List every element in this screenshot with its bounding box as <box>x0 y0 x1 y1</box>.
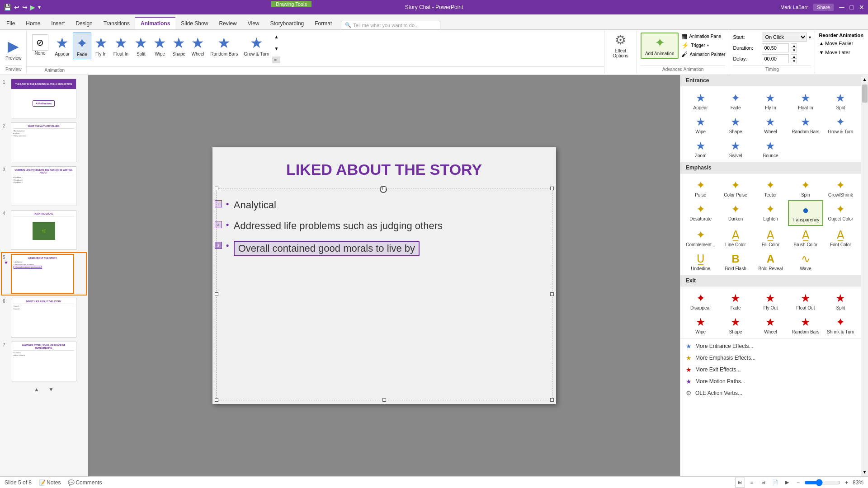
anim-scroll[interactable]: ▲ ▼ ≡ <box>272 33 280 64</box>
emph-pulse[interactable]: ✦ Pulse <box>683 176 718 200</box>
normal-view-btn[interactable]: ⊞ <box>735 478 745 488</box>
anim-wipe[interactable]: ★ Wipe <box>151 33 169 58</box>
scroll-top-btn[interactable]: ▲ <box>862 76 868 83</box>
move-earlier-btn[interactable]: ▲ Move Earlier <box>819 40 863 47</box>
share-btn[interactable]: Share <box>813 4 834 11</box>
emph-underline[interactable]: U̲ Underline <box>683 250 718 274</box>
tab-review[interactable]: Review <box>213 18 242 29</box>
exit-shrinkturn[interactable]: ✦ Shrink & Turn <box>823 313 858 337</box>
right-scrollbar[interactable]: ▲ ▼ <box>861 75 868 476</box>
emph-objcolor[interactable]: ✦ Object Color <box>823 200 858 226</box>
tab-insert[interactable]: Insert <box>46 18 70 29</box>
entrance-appear[interactable]: ★ Appear <box>683 89 718 113</box>
move-later-btn[interactable]: ▼ Move Later <box>819 49 863 56</box>
tab-file[interactable]: File <box>1 18 20 29</box>
add-animation-btn[interactable]: ✦ Add Animation <box>641 33 679 59</box>
emph-darken[interactable]: ✦ Darken <box>718 200 753 226</box>
tab-animations[interactable]: Animations <box>135 17 175 29</box>
slide-thumb-2[interactable]: 2 WHAT THE AUTHOR VALUES • Analysis text… <box>2 122 86 163</box>
exit-fade[interactable]: ★ Fade <box>718 289 753 313</box>
entrance-fade[interactable]: ✦ Fade <box>718 89 753 113</box>
file-icon[interactable]: 💾 <box>4 4 11 11</box>
anim-fade[interactable]: ✦ Fade <box>73 33 91 59</box>
entrance-wipe[interactable]: ★ Wipe <box>683 113 718 137</box>
anim-painter-btn[interactable]: 🖌 Animation Painter <box>681 51 725 58</box>
slide-panel-down[interactable]: ▼ <box>48 386 54 393</box>
duration-input[interactable] <box>762 43 789 52</box>
emph-lighten[interactable]: ✦ Lighten <box>753 200 788 226</box>
handle-br[interactable] <box>550 398 554 402</box>
more-entrance-link[interactable]: ★ More Entrance Effects... <box>680 340 861 352</box>
zoom-out-btn[interactable]: − <box>797 479 800 486</box>
handle-ml[interactable] <box>215 292 218 296</box>
delay-input[interactable] <box>762 54 789 63</box>
delay-down[interactable]: ▼ <box>791 59 797 63</box>
run-btn[interactable]: ▶ <box>30 4 35 11</box>
ole-action-link[interactable]: ⚙ OLE Action Verbs... <box>680 387 861 399</box>
entrance-growturn[interactable]: ✦ Grow & Turn <box>823 113 858 137</box>
slidesorter-view-btn[interactable]: ⊟ <box>759 478 769 488</box>
entrance-split[interactable]: ★ Split <box>823 89 858 113</box>
minimize-btn[interactable]: ─ <box>839 3 844 11</box>
emph-desaturate[interactable]: ✦ Desaturate <box>683 200 718 226</box>
delay-up[interactable]: ▲ <box>791 54 797 59</box>
anim-floatin[interactable]: ★ Float In <box>111 33 131 58</box>
trigger-btn[interactable]: ⚡ Trigger ▾ <box>681 42 725 49</box>
slide-panel-up[interactable]: ▲ <box>34 386 39 393</box>
emph-spin[interactable]: ✦ Spin <box>788 176 823 200</box>
emph-wave[interactable]: ∿ Wave <box>788 250 823 274</box>
zoom-slider[interactable] <box>804 479 840 486</box>
reading-view-btn[interactable]: ▶ <box>782 478 792 488</box>
slide-panel-scroll[interactable]: ▲ ▼ <box>2 386 86 393</box>
scroll-up[interactable]: ▲ <box>272 33 280 40</box>
entrance-zoom[interactable]: ★ Zoom <box>683 137 718 161</box>
start-select[interactable]: On Click With Previous After Previous <box>762 33 807 42</box>
exit-floatout[interactable]: ★ Float Out <box>788 289 823 313</box>
anim-appear[interactable]: ★ Appear <box>52 33 72 58</box>
duration-down[interactable]: ▼ <box>791 48 797 52</box>
notes-view-btn[interactable]: 📄 <box>770 478 780 488</box>
tab-format[interactable]: Format <box>309 18 337 29</box>
emph-brushcolor[interactable]: A̲ Brush Color <box>788 226 823 250</box>
anim-pane-btn[interactable]: ▦ Animation Pane <box>681 33 725 40</box>
anim-split[interactable]: ★ Split <box>132 33 150 58</box>
exit-wipe[interactable]: ★ Wipe <box>683 313 718 337</box>
start-dropdown-icon[interactable]: ▾ <box>809 35 811 40</box>
slide-thumb-4[interactable]: 4 FAVORITE QUOTE 🌿 <box>2 209 86 251</box>
emph-fillcolor[interactable]: A̲ Fill Color <box>753 226 788 250</box>
entrance-randombars[interactable]: ★ Random Bars <box>788 113 823 137</box>
slide-thumb-7[interactable]: 7 ANOTHER STORY, SONG, OR MOVIE OF REMEM… <box>2 341 86 382</box>
slide-thumb-6[interactable]: 6 DIDN'T LIKE ABOUT THE STORY • Item 1• … <box>2 297 86 338</box>
search-box[interactable]: 🔍Tell me what you want to do... <box>341 21 440 29</box>
anim-wheel[interactable]: ★ Wheel <box>189 33 207 58</box>
entrance-flyin[interactable]: ★ Fly In <box>753 89 788 113</box>
preview-btn[interactable]: ▶ Preview <box>5 33 22 66</box>
scroll-bottom-btn[interactable]: ▼ <box>862 469 868 475</box>
tab-transitions[interactable]: Transitions <box>98 18 135 29</box>
emph-linecolor[interactable]: A̲ Line Color <box>718 226 753 250</box>
exit-randombars[interactable]: ★ Random Bars <box>788 313 823 337</box>
emph-boldreveal[interactable]: A Bold Reveal <box>753 250 788 274</box>
anim-flyin[interactable]: ★ Fly In <box>92 33 110 58</box>
entrance-wheel[interactable]: ★ Wheel <box>753 113 788 137</box>
quick-access-toolbar[interactable]: 💾 ↩ ↪ ▶ ▾ <box>4 4 41 11</box>
scroll-down[interactable]: ▼ <box>272 45 280 52</box>
scroll-more[interactable]: ≡ <box>272 56 280 63</box>
entrance-floatin[interactable]: ★ Float In <box>788 89 823 113</box>
zoom-in-btn[interactable]: + <box>845 479 848 486</box>
effect-options-btn[interactable]: ⚙ Effect Options <box>608 33 633 72</box>
entrance-swivel[interactable]: ★ Swivel <box>718 137 753 161</box>
handle-bl[interactable] <box>215 398 218 402</box>
emph-boldflash[interactable]: B Bold Flash <box>718 250 753 274</box>
tab-home[interactable]: Home <box>20 18 46 29</box>
more-emphasis-link[interactable]: ★ More Emphasis Effects... <box>680 352 861 364</box>
anim-shape[interactable]: ★ Shape <box>170 33 188 58</box>
tab-view[interactable]: View <box>242 18 265 29</box>
emph-colorpulse[interactable]: ✦ Color Pulse <box>718 176 753 200</box>
dropdown-btn[interactable]: ▾ <box>38 4 41 10</box>
scroll-thumb[interactable] <box>862 84 868 103</box>
handle-bm[interactable] <box>382 398 386 402</box>
entrance-shape[interactable]: ★ Shape <box>718 113 753 137</box>
exit-shape[interactable]: ★ Shape <box>718 313 753 337</box>
slide-thumb-1[interactable]: 1 THE LADY IN THE LOOKING GLASS: A REFLE… <box>2 78 86 119</box>
